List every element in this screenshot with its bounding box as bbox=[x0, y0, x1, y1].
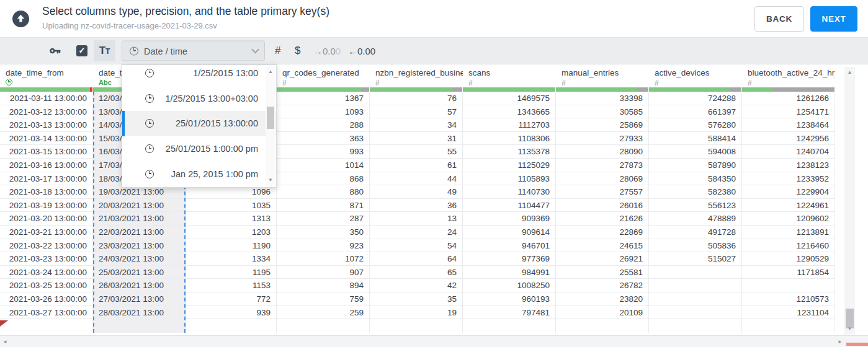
column-header[interactable]: bluetooth_active_24_hr_# bbox=[742, 64, 835, 87]
cell[interactable]: 21/03/2021 13:00 bbox=[93, 212, 186, 226]
cell[interactable]: 30585 bbox=[556, 105, 649, 119]
cell[interactable]: 984991 bbox=[463, 266, 556, 279]
cell[interactable] bbox=[649, 279, 742, 292]
cell[interactable]: 1242956 bbox=[742, 132, 835, 146]
cell[interactable]: 923 bbox=[277, 239, 370, 253]
column-header[interactable]: date_time_from bbox=[0, 64, 93, 87]
cell[interactable]: 27/03/2021 13:00 bbox=[93, 292, 186, 306]
cell[interactable]: 26921 bbox=[556, 252, 649, 266]
cell[interactable]: 19 bbox=[370, 306, 463, 320]
cell[interactable]: 960193 bbox=[463, 292, 556, 306]
cell[interactable]: 28090 bbox=[556, 145, 649, 159]
precision-decrease[interactable]: ←0.00 bbox=[348, 46, 375, 56]
cell[interactable]: 26782 bbox=[556, 279, 649, 292]
cell[interactable]: 24 bbox=[370, 226, 463, 239]
column-type-select[interactable]: Date / time bbox=[122, 41, 265, 61]
cell[interactable]: 946701 bbox=[463, 239, 556, 253]
cell[interactable]: 2021-03-25 13:00:00 bbox=[0, 279, 93, 292]
cell[interactable]: 287 bbox=[277, 212, 370, 226]
cell[interactable]: 2021-03-21 13:00:00 bbox=[0, 226, 93, 239]
cell[interactable]: 1224961 bbox=[742, 199, 835, 213]
cell[interactable]: 505836 bbox=[649, 239, 742, 253]
cell[interactable]: 2021-03-17 13:00:00 bbox=[0, 172, 93, 186]
cell[interactable]: 259 bbox=[277, 306, 370, 320]
cell[interactable]: 1233952 bbox=[742, 172, 835, 186]
cell[interactable]: 35 bbox=[370, 292, 463, 306]
number-type-button[interactable]: # bbox=[275, 45, 280, 57]
cell[interactable]: 27557 bbox=[556, 185, 649, 199]
cell[interactable]: 34 bbox=[370, 118, 463, 132]
cell[interactable]: 1105893 bbox=[463, 172, 556, 186]
cell[interactable]: 772 bbox=[186, 292, 277, 306]
scroll-up-arrow[interactable]: ▲ bbox=[844, 69, 855, 76]
cell[interactable]: 23/03/2021 13:00 bbox=[93, 239, 186, 253]
cell[interactable]: 1112703 bbox=[463, 118, 556, 132]
cell[interactable]: 22/03/2021 13:00 bbox=[93, 226, 186, 239]
cell[interactable]: 24615 bbox=[556, 239, 649, 253]
cell[interactable]: 1171854 bbox=[742, 266, 835, 279]
cell[interactable]: 33398 bbox=[556, 92, 649, 105]
cell[interactable]: 1290529 bbox=[742, 252, 835, 266]
cell[interactable]: 871 bbox=[277, 199, 370, 213]
cell[interactable]: 2021-03-18 13:00:00 bbox=[0, 185, 93, 199]
cell[interactable]: 61 bbox=[370, 159, 463, 172]
cell[interactable]: 1261266 bbox=[742, 92, 835, 105]
cell[interactable]: 55 bbox=[370, 145, 463, 159]
cell[interactable]: 1190 bbox=[186, 239, 277, 253]
cell[interactable]: 1195 bbox=[186, 266, 277, 279]
format-option[interactable]: Jan 25, 2015 1:00 pm bbox=[122, 161, 276, 187]
cell[interactable]: 21626 bbox=[556, 212, 649, 226]
scroll-up-arrow[interactable]: ▲ bbox=[266, 68, 275, 76]
column-header[interactable]: qr_codes_generated# bbox=[277, 64, 370, 87]
cell[interactable] bbox=[649, 266, 742, 279]
cell[interactable] bbox=[742, 279, 835, 292]
cell[interactable]: 2021-03-23 13:00:00 bbox=[0, 252, 93, 266]
vertical-scrollbar[interactable]: ▲ ▼ bbox=[844, 67, 855, 335]
cell[interactable]: 909369 bbox=[463, 212, 556, 226]
cell[interactable]: 907 bbox=[277, 266, 370, 279]
cell[interactable]: 576280 bbox=[649, 118, 742, 132]
cell[interactable]: 26/03/2021 13:00 bbox=[93, 279, 186, 292]
cell[interactable]: 57 bbox=[370, 105, 463, 119]
cell[interactable]: 2021-03-14 13:00:00 bbox=[0, 132, 93, 146]
cell[interactable]: 76 bbox=[370, 92, 463, 105]
cell[interactable]: 26016 bbox=[556, 199, 649, 213]
cell[interactable]: 894 bbox=[277, 279, 370, 292]
column-enabled-checkbox[interactable]: ✓ bbox=[76, 45, 87, 56]
cell[interactable]: 584350 bbox=[649, 172, 742, 186]
cell[interactable]: 587890 bbox=[649, 159, 742, 172]
scroll-left-arrow[interactable]: ◄ bbox=[2, 338, 7, 346]
cell[interactable]: 64 bbox=[370, 252, 463, 266]
cell[interactable]: 1093 bbox=[277, 105, 370, 119]
cell[interactable]: 1140730 bbox=[463, 185, 556, 199]
cell[interactable]: 1367 bbox=[277, 92, 370, 105]
cell[interactable]: 2021-03-22 13:00:00 bbox=[0, 239, 93, 253]
cell[interactable]: 1216460 bbox=[742, 239, 835, 253]
cell[interactable] bbox=[649, 292, 742, 306]
cell[interactable]: 28069 bbox=[556, 172, 649, 186]
cell[interactable]: 1238123 bbox=[742, 159, 835, 172]
cell[interactable]: 939 bbox=[186, 306, 277, 320]
currency-type-button[interactable]: $ bbox=[295, 45, 300, 57]
cell[interactable]: 31 bbox=[370, 132, 463, 146]
dropdown-scrollbar[interactable]: ▲ ▼ bbox=[266, 66, 275, 187]
column-header[interactable]: nzbn_registered_busine# bbox=[370, 64, 463, 87]
cell[interactable]: 1240704 bbox=[742, 145, 835, 159]
cell[interactable]: 880 bbox=[277, 185, 370, 199]
cell[interactable]: 22869 bbox=[556, 226, 649, 239]
cell[interactable]: 2021-03-16 13:00:00 bbox=[0, 159, 93, 172]
cell[interactable]: 23820 bbox=[556, 292, 649, 306]
cell[interactable]: 556123 bbox=[649, 199, 742, 213]
cell[interactable]: 42 bbox=[370, 279, 463, 292]
cell[interactable]: 1035 bbox=[186, 199, 277, 213]
cell[interactable]: 2021-03-11 13:00:00 bbox=[0, 92, 93, 105]
cell[interactable]: 54 bbox=[370, 239, 463, 253]
cell[interactable]: 478889 bbox=[649, 212, 742, 226]
cell[interactable]: 2021-03-24 13:00:00 bbox=[0, 266, 93, 279]
cell[interactable]: 20/03/2021 13:00 bbox=[93, 199, 186, 213]
cell[interactable]: 977369 bbox=[463, 252, 556, 266]
cell[interactable]: 1231104 bbox=[742, 306, 835, 320]
cell[interactable]: 1104477 bbox=[463, 199, 556, 213]
cell[interactable]: 27933 bbox=[556, 132, 649, 146]
cell[interactable]: 1125029 bbox=[463, 159, 556, 172]
